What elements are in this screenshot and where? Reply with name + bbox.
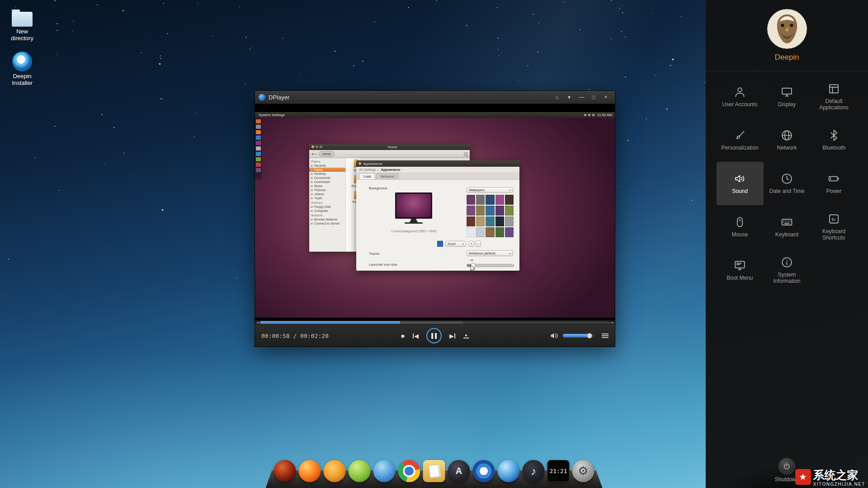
folder-icon	[12, 12, 33, 27]
dock-app-swirl-blue[interactable]	[498, 460, 520, 482]
dock-app-ring-blue[interactable]	[473, 460, 495, 482]
dock: A♪21:21⚙	[273, 460, 595, 488]
cc-module-boot-menu[interactable]: Boot Menu	[717, 249, 764, 292]
background-label: Background	[369, 186, 387, 190]
current-background-caption: Current background (2560 × 1600)	[374, 230, 453, 233]
dplayer-app-icon	[259, 94, 265, 101]
dock-app-firefox[interactable]	[299, 460, 321, 482]
dock-app-files[interactable]	[423, 460, 445, 482]
fm-sidebar-item: Computer	[309, 209, 345, 213]
unity-launcher-icon	[256, 152, 261, 156]
cc-module-sound[interactable]: Sound	[717, 162, 764, 205]
fm-sidebar-item: Documents	[309, 176, 345, 180]
cc-module-default-applications[interactable]: Default Applications	[811, 75, 858, 118]
boot-menu-icon	[733, 259, 746, 272]
sound-icon	[733, 172, 746, 185]
fm-breadcrumb: Home	[319, 151, 335, 157]
cc-module-date-and-time[interactable]: Date and Time	[764, 162, 811, 205]
seek-forward-icon[interactable]: ▸▸	[611, 320, 613, 325]
eject-button[interactable]: ▲	[463, 333, 469, 338]
module-label: Boot Menu	[726, 275, 753, 282]
clock-icon	[780, 172, 793, 185]
next-button[interactable]: ▶	[449, 333, 456, 339]
dock-app-software-orange[interactable]	[324, 460, 346, 482]
close-icon[interactable]: ×	[600, 93, 611, 102]
minimize-icon[interactable]: —	[576, 93, 587, 102]
fm-sidebar-item: Home	[309, 168, 345, 172]
next-glyph: ▶	[449, 333, 454, 339]
cc-module-system-information[interactable]: System Information	[764, 249, 811, 292]
dock-app-media-red[interactable]	[274, 460, 296, 482]
pause-button[interactable]	[426, 328, 442, 343]
cc-module-display[interactable]: Display	[764, 75, 811, 118]
stop-button[interactable]: ■	[401, 333, 405, 339]
progress-bar[interactable]	[260, 321, 610, 324]
cc-module-power[interactable]: Power	[811, 162, 858, 205]
cc-module-mouse[interactable]: Mouse	[717, 205, 764, 249]
dplayer-titlebar[interactable]: DPlayer ⌂▾—□×	[255, 91, 615, 104]
dock-app-chrome[interactable]	[398, 460, 420, 482]
module-label: System Information	[766, 272, 808, 285]
default-applications-icon	[827, 82, 840, 95]
cc-module-keyboard[interactable]: Keyboard	[764, 205, 811, 249]
monitor-base	[405, 222, 423, 224]
cc-module-network[interactable]: Network	[764, 118, 811, 162]
video-surface[interactable]: System Settings 11:55 AM Home ◂ ▸ Home	[255, 104, 615, 320]
fm-sidebar-item: Floppy Disk	[309, 205, 345, 209]
module-label: Bluetooth	[822, 145, 845, 151]
fm-title: Home	[324, 145, 461, 149]
dock-icons: A♪21:21⚙	[273, 460, 595, 488]
fm-sidebar: PlacesRecentsHomeDesktopDocumentsDownloa…	[309, 158, 346, 252]
dock-app-gear-gray[interactable]: ⚙	[572, 460, 594, 482]
cc-module-personalization[interactable]: Personalization	[717, 118, 764, 162]
eject-glyph: ▲	[464, 333, 468, 337]
appearance-title: Appearance	[363, 162, 382, 166]
unity-launcher-icon	[256, 163, 261, 167]
wallpaper-thumb	[505, 216, 514, 226]
player-controls-bar: 00:00:58 / 00:02:20 ■ ◀ ▶ ▲	[255, 325, 615, 347]
dock-app-music-dark[interactable]: ♪	[523, 460, 545, 482]
volume-knob[interactable]	[587, 333, 592, 338]
cc-module-bluetooth[interactable]: Bluetooth	[811, 118, 858, 162]
desktop-icon-new-directory[interactable]: New directory	[3, 12, 41, 42]
seek-back-icon[interactable]: ◂◂	[256, 320, 259, 325]
desktop-icon-deepin-installer[interactable]: Deepin Installer	[3, 52, 41, 86]
unity-launcher-icon	[256, 146, 261, 150]
maximize-icon[interactable]: □	[588, 93, 599, 102]
tab-look: Look	[359, 173, 375, 179]
fm-sidebar-item: Music	[309, 184, 345, 188]
user-avatar[interactable]	[767, 9, 807, 49]
video-menubar-indicator-icons	[584, 114, 596, 116]
wallpaper-thumb	[476, 227, 485, 237]
user-accounts-icon	[733, 85, 746, 99]
dock-app-globe-blue[interactable]	[373, 460, 396, 482]
volume-slider[interactable]	[563, 334, 594, 338]
fm-sidebar-item: Browse Network	[309, 217, 345, 221]
volume-icon[interactable]	[550, 332, 558, 339]
time-display: 00:00:58 / 00:02:20	[261, 333, 329, 339]
fm-sidebar-item: Trash	[309, 196, 345, 200]
wallpapers-dropdown: Wallpapers ▾	[467, 187, 513, 193]
fm-search-icon	[464, 152, 467, 156]
module-label: Display	[778, 102, 796, 108]
desktop-icon-label: Deepin Installer	[9, 73, 36, 86]
module-label: Personalization	[721, 145, 758, 151]
cc-module-keyboard-shortcuts[interactable]: fn Keyboard Shortcuts	[811, 205, 858, 249]
stars	[0, 0, 0, 0]
cc-module-user-accounts[interactable]: User Accounts	[717, 75, 764, 118]
dock-app-media-green[interactable]	[349, 460, 371, 482]
fm-sidebar-item: Connect to Server	[309, 221, 345, 225]
module-label: Default Applications	[813, 99, 855, 111]
background-color-swatch	[437, 241, 443, 247]
menu-icon[interactable]: ▾	[564, 93, 575, 102]
chevron-down-icon: ▾	[509, 252, 511, 255]
dock-app-glyph: ⚙	[578, 464, 588, 478]
bluetooth-icon	[827, 129, 840, 142]
progress-fill	[260, 321, 400, 324]
previous-button[interactable]: ◀	[412, 333, 419, 339]
mini-mode-icon[interactable]: ⌂	[552, 93, 562, 102]
wallpaper-grid	[467, 195, 514, 237]
playlist-icon[interactable]	[602, 333, 609, 338]
dock-app-steam[interactable]: A	[448, 460, 470, 482]
dock-app-clock[interactable]: 21:21	[547, 460, 570, 482]
